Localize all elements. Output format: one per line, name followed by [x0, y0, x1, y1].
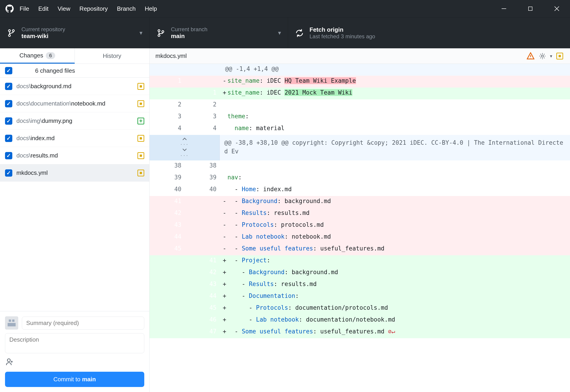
toolbar: Current repository team-wiki ▾ Current b…	[0, 17, 570, 48]
file-status-icon	[138, 135, 144, 142]
app-menus: File Edit View Repository Branch Help	[17, 5, 157, 12]
status-icon[interactable]	[556, 52, 564, 60]
file-row[interactable]: docs\documentation\notebook.md	[0, 95, 149, 112]
diff-gutter-new: 44	[185, 291, 220, 303]
file-row[interactable]: mkdocs.yml	[0, 164, 149, 182]
diff-gutter-old: 38	[150, 160, 185, 172]
diff-panel: mkdocs.yml ▾ @@ -1,4 +1,4 @@1-site_name:…	[150, 48, 570, 392]
fetch-button[interactable]: Fetch origin Last fetched 3 minutes ago	[288, 17, 427, 48]
diff-code-line: - - Protocols: protocols.md	[220, 220, 570, 232]
commit-box: Commit to main	[0, 311, 149, 392]
diff-hunk-header: @@ -38,8 +38,10 @@ copyright: Copyright …	[220, 135, 570, 160]
window-controls	[491, 0, 570, 17]
window-maximize-button[interactable]	[517, 0, 543, 17]
branch-selector[interactable]: Current branch main ▾	[150, 17, 288, 48]
branch-icon	[156, 28, 166, 38]
add-coauthor-button[interactable]	[5, 357, 144, 368]
branch-value: main	[171, 33, 273, 40]
diff-code-line: - - Background: background.md	[220, 196, 570, 208]
diff-gutter-new: 3	[185, 111, 220, 123]
diff-gutter-new: 1	[185, 87, 220, 99]
diff-gutter-old	[150, 291, 185, 303]
diff-gutter-old	[150, 64, 185, 76]
diff-gutter-new	[185, 220, 220, 232]
caret-down-icon: ▾	[139, 29, 142, 36]
diff-gutter-old: 42	[150, 208, 185, 220]
menu-file[interactable]: File	[20, 5, 29, 12]
diff-gutter-new: 40	[185, 184, 220, 196]
diff-code-line: -site_name: iDEC HQ Team Wiki Example	[220, 76, 570, 87]
file-checkbox[interactable]	[5, 117, 12, 125]
file-row[interactable]: docs\results.md	[0, 147, 149, 164]
select-all-checkbox[interactable]	[5, 67, 12, 74]
diff-gutter-new	[185, 196, 220, 208]
window-close-button[interactable]	[543, 0, 570, 17]
menu-branch[interactable]: Branch	[117, 5, 136, 12]
menu-view[interactable]: View	[58, 5, 70, 12]
file-checkbox[interactable]	[5, 100, 12, 107]
file-status-icon	[138, 100, 144, 107]
diff-gutter-new: 45	[185, 303, 220, 315]
warning-icon[interactable]	[526, 52, 535, 60]
diff-gutter-old: 3	[150, 111, 185, 123]
file-row[interactable]: docs\index.md	[0, 130, 149, 147]
commit-button[interactable]: Commit to main	[5, 372, 144, 387]
diff-gutter-new	[185, 64, 220, 76]
svg-point-11	[541, 55, 543, 57]
svg-rect-7	[9, 320, 11, 322]
window-minimize-button[interactable]	[491, 0, 517, 17]
commit-button-branch: main	[82, 376, 96, 383]
summary-input[interactable]	[22, 317, 144, 330]
svg-rect-9	[8, 323, 16, 326]
diff-code-line: + - Lab notebook: documentation/notebook…	[220, 315, 570, 326]
diff-code-line	[220, 99, 570, 111]
svg-point-6	[162, 30, 164, 33]
diff-gutter-old: 43	[150, 220, 185, 232]
caret-down-icon: ▾	[550, 53, 552, 59]
file-checkbox[interactable]	[5, 169, 12, 177]
diff-gutter-old	[150, 267, 185, 279]
diff-gutter-old	[150, 303, 185, 315]
repo-selector[interactable]: Current repository team-wiki ▾	[0, 17, 150, 48]
diff-view[interactable]: @@ -1,4 +1,4 @@1-site_name: iDEC HQ Team…	[150, 64, 570, 392]
diff-gutter-new	[185, 243, 220, 255]
file-status-icon	[138, 83, 144, 90]
diff-header: mkdocs.yml ▾	[150, 48, 570, 64]
changes-count-badge: 6	[46, 52, 55, 59]
sidebar-tabs: Changes 6 History	[0, 48, 149, 64]
file-row[interactable]: docs\img\dummy.png	[0, 112, 149, 130]
avatar	[5, 316, 18, 330]
diff-gutter-old: 39	[150, 172, 185, 184]
diff-gutter-old: 40	[150, 184, 185, 196]
tab-history[interactable]: History	[75, 48, 149, 64]
file-checkbox[interactable]	[5, 135, 12, 142]
fetch-sub: Last fetched 3 minutes ago	[309, 33, 420, 40]
diff-gutter-old	[150, 279, 185, 291]
menu-repository[interactable]: Repository	[80, 5, 108, 12]
diff-gutter-old	[150, 87, 185, 99]
diff-gutter-old: 44	[150, 232, 185, 243]
diff-gutter-new	[185, 76, 220, 87]
settings-button[interactable]	[538, 52, 547, 60]
description-input[interactable]	[5, 333, 144, 353]
tab-changes[interactable]: Changes 6	[0, 48, 75, 64]
file-row[interactable]: docs\background.md	[0, 78, 149, 95]
file-path: docs\results.md	[16, 152, 133, 159]
diff-gutter-new: 46	[185, 315, 220, 326]
diff-gutter-new: 39	[185, 172, 220, 184]
svg-point-3	[12, 30, 14, 32]
diff-gutter-old: 45	[150, 243, 185, 255]
menu-help[interactable]: Help	[145, 5, 157, 12]
caret-down-icon: ▾	[278, 29, 281, 36]
menu-edit[interactable]: Edit	[38, 5, 49, 12]
files-header: 6 changed files	[0, 64, 149, 78]
diff-code-line: + - Some useful features: useful_feature…	[220, 326, 570, 338]
diff-code-line: nav:	[220, 172, 570, 184]
expand-icons[interactable]: ······	[150, 135, 220, 160]
diff-gutter-new: 43	[185, 279, 220, 291]
file-checkbox[interactable]	[5, 152, 12, 159]
diff-gutter-old: 4	[150, 123, 185, 135]
diff-expand[interactable]: ······@@ -38,8 +38,10 @@ copyright: Copy…	[150, 135, 570, 160]
commit-button-prefix: Commit to	[53, 376, 82, 383]
file-checkbox[interactable]	[5, 83, 12, 90]
